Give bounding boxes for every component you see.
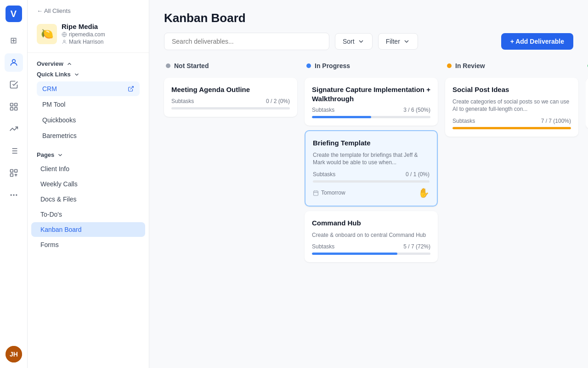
main-content: Kanban Board Sort Filter + Add Deliverab… (149, 0, 588, 368)
svg-point-16 (11, 195, 11, 196)
sidebar-item-todos[interactable]: To-Do's (31, 207, 145, 222)
svg-rect-1 (10, 104, 13, 106)
progress-bar-fill (312, 116, 371, 118)
quick-links-header[interactable]: Quick Links (37, 71, 140, 78)
sidebar-item-pm-tool[interactable]: PM Tool (37, 97, 140, 112)
column-label-in-review: In Review (455, 62, 485, 69)
back-to-clients[interactable]: ← All Clients (28, 0, 149, 18)
client-contact: Mark Harrison (62, 39, 105, 45)
search-input[interactable] (164, 33, 329, 50)
kanban-board: Not Started Meeting Agenda Outline Subta… (149, 58, 588, 368)
progress-bar-bg (171, 107, 290, 109)
card-command-hub[interactable]: Command Hub Create & onboard on to centr… (305, 211, 438, 262)
card-title: Social Post Ideas (452, 85, 571, 94)
svg-rect-2 (14, 104, 17, 106)
column-label-not-started: Not Started (174, 62, 209, 69)
icon-bar: V ⊞ JH (0, 0, 28, 368)
card-due-date: Tomorrow (313, 190, 345, 196)
card-footer: Tomorrow ✋ (313, 187, 430, 198)
toolbar: Sort Filter + Add Deliverable (164, 33, 573, 50)
svg-text:JH: JH (10, 351, 18, 358)
documents-nav-icon[interactable] (5, 164, 23, 182)
dashboard-nav-icon[interactable]: ⊞ (5, 31, 23, 50)
sidebar-item-baremetrics[interactable]: Baremetrics (37, 128, 140, 143)
integrations-nav-icon[interactable] (5, 98, 23, 116)
client-info: Ripe Media ripemedia.com Mark Harrison (62, 23, 105, 45)
svg-point-0 (12, 59, 15, 63)
svg-rect-13 (10, 174, 13, 177)
column-not-started: Not Started Meeting Agenda Outline Subta… (164, 58, 297, 121)
sidebar-item-docs-files[interactable]: Docs & Files (31, 192, 145, 207)
column-in-review: In Review Social Post Ideas Create categ… (445, 58, 578, 141)
card-briefing-template[interactable]: Briefing Template Create the template fo… (305, 130, 438, 207)
card-desc: Create & onboard on to central Command H… (312, 231, 430, 239)
sidebar-item-client-info[interactable]: Client Info (31, 161, 145, 176)
progress-bar-bg (313, 180, 430, 183)
overview-header[interactable]: Overview (37, 60, 140, 67)
card-title: Command Hub (312, 218, 430, 228)
analytics-nav-icon[interactable] (5, 120, 23, 138)
user-avatar[interactable]: JH (6, 346, 22, 362)
app-logo[interactable]: V (6, 6, 22, 22)
client-website: ripemedia.com (62, 31, 105, 38)
column-complete: Con Cla Pri... ... n... Sub (586, 58, 588, 133)
apps-nav-icon[interactable] (5, 186, 23, 204)
svg-rect-11 (10, 170, 13, 172)
sort-button[interactable]: Sort (335, 33, 373, 50)
card-desc: Create categories of social posts so we … (452, 98, 571, 114)
client-card: 🍋 Ripe Media ripemedia.com Mark Harrison (28, 18, 149, 53)
card-subtasks-row: Subtasks 3 / 6 (50%) (312, 107, 430, 113)
drag-handle[interactable]: ✋ (418, 187, 430, 198)
svg-point-15 (16, 195, 17, 196)
card-title: Signature Capture Implementation + Walkt… (312, 85, 430, 103)
page-title: Kanban Board (164, 11, 573, 25)
tasks-nav-icon[interactable] (5, 75, 23, 94)
svg-rect-12 (14, 170, 17, 172)
filter-button[interactable]: Filter (378, 33, 418, 50)
pages-header[interactable]: Pages (28, 146, 149, 161)
svg-point-21 (63, 40, 65, 42)
column-label-in-progress: In Progress (315, 62, 350, 69)
overview-section: Overview Quick Links CRM PM Tool Quickbo… (28, 53, 149, 146)
column-dot-not-started (166, 63, 170, 68)
card-social-post-ideas[interactable]: Social Post Ideas Create categories of s… (445, 78, 578, 137)
card-subtasks-row: Subtasks 0 / 1 (0%) (313, 171, 430, 178)
card-signature-capture[interactable]: Signature Capture Implementation + Walkt… (305, 78, 438, 126)
column-dot-in-review (447, 63, 452, 68)
add-deliverable-button[interactable]: + Add Deliverable (501, 33, 573, 50)
client-name: Ripe Media (62, 23, 105, 30)
sidebar: ← All Clients 🍋 Ripe Media ripemedia.com… (28, 0, 149, 368)
card-subtasks-row: Subtasks 0 / 2 (0%) (171, 98, 290, 104)
sidebar-item-crm[interactable]: CRM (37, 81, 140, 96)
card-complete-partial[interactable]: Cla Pri... ... n... Sub (586, 78, 588, 129)
svg-line-22 (130, 86, 133, 89)
column-header-in-review: In Review (445, 58, 578, 74)
svg-point-14 (13, 195, 14, 196)
progress-bar-bg (312, 253, 430, 255)
column-header-not-started: Not Started (164, 58, 297, 74)
progress-bar-fill (452, 127, 571, 129)
sidebar-item-quickbooks[interactable]: Quickbooks (37, 113, 140, 127)
contacts-nav-icon[interactable] (5, 53, 23, 72)
progress-bar-bg (452, 127, 571, 129)
progress-bar-fill (312, 253, 397, 255)
svg-rect-23 (314, 191, 318, 196)
pages-section: Pages Client Info Weekly Calls Docs & Fi… (28, 146, 149, 253)
svg-rect-4 (14, 108, 17, 110)
sidebar-item-weekly-calls[interactable]: Weekly Calls (31, 177, 145, 191)
card-title: Briefing Template (313, 138, 430, 148)
client-logo: 🍋 (37, 24, 57, 44)
list-nav-icon[interactable] (5, 142, 23, 160)
sidebar-item-kanban-board[interactable]: Kanban Board (31, 222, 145, 237)
card-title: Meeting Agenda Outline (171, 85, 290, 94)
card-subtasks-row: Subtasks 7 / 7 (100%) (452, 118, 571, 124)
column-header-in-progress: In Progress (305, 58, 438, 74)
page-header: Kanban Board Sort Filter + Add Deliverab… (149, 0, 588, 58)
sidebar-item-forms[interactable]: Forms (31, 237, 145, 252)
card-desc: Create the template for briefings that J… (313, 151, 430, 167)
progress-bar-bg (312, 116, 430, 118)
svg-rect-3 (10, 108, 13, 110)
column-dot-in-progress (306, 63, 311, 68)
card-meeting-agenda[interactable]: Meeting Agenda Outline Subtasks 0 / 2 (0… (164, 78, 297, 117)
card-subtasks-row: Subtasks 5 / 7 (72%) (312, 243, 430, 250)
